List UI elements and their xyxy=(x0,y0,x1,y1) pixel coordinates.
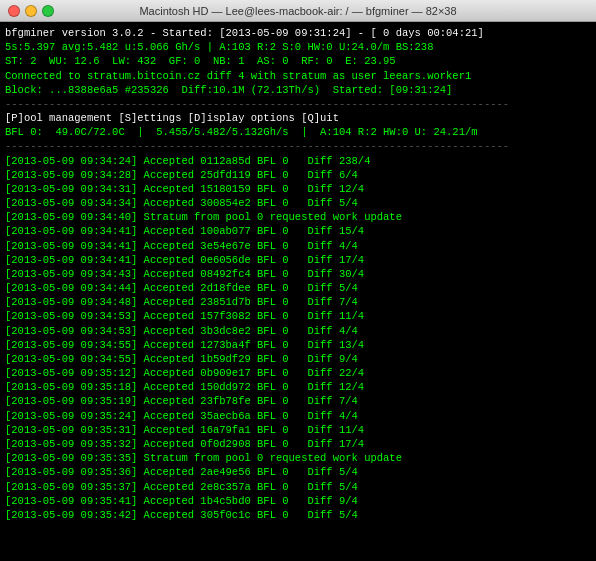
terminal-line: ----------------------------------------… xyxy=(5,139,591,153)
terminal-line: 5s:5.397 avg:5.482 u:5.066 Gh/s | A:103 … xyxy=(5,40,591,54)
terminal-line: [2013-05-09 09:35:35] Stratum from pool … xyxy=(5,451,591,465)
terminal-line: [2013-05-09 09:34:28] Accepted 25dfd119 … xyxy=(5,168,591,182)
window-title: Macintosh HD — Lee@lees-macbook-air: / —… xyxy=(139,5,456,17)
terminal-line: [2013-05-09 09:34:53] Accepted 157f3082 … xyxy=(5,309,591,323)
terminal-line: [2013-05-09 09:35:31] Accepted 16a79fa1 … xyxy=(5,423,591,437)
terminal-line: ST: 2 WU: 12.6 LW: 432 GF: 0 NB: 1 AS: 0… xyxy=(5,54,591,68)
terminal-line: [2013-05-09 09:35:24] Accepted 35aecb6a … xyxy=(5,409,591,423)
title-bar: Macintosh HD — Lee@lees-macbook-air: / —… xyxy=(0,0,596,22)
terminal-line: [2013-05-09 09:34:41] Accepted 100ab077 … xyxy=(5,224,591,238)
terminal-line: [2013-05-09 09:35:37] Accepted 2e8c357a … xyxy=(5,480,591,494)
terminal-line: [2013-05-09 09:34:55] Accepted 1273ba4f … xyxy=(5,338,591,352)
minimize-button[interactable] xyxy=(25,5,37,17)
terminal-line: [2013-05-09 09:35:32] Accepted 0f0d2908 … xyxy=(5,437,591,451)
terminal-line: [2013-05-09 09:34:34] Accepted 300854e2 … xyxy=(5,196,591,210)
terminal-line: [2013-05-09 09:34:24] Accepted 0112a85d … xyxy=(5,154,591,168)
terminal-line: [2013-05-09 09:34:41] Accepted 0e6056de … xyxy=(5,253,591,267)
traffic-lights xyxy=(8,5,54,17)
terminal-line: [2013-05-09 09:35:36] Accepted 2ae49e56 … xyxy=(5,465,591,479)
terminal-line: [2013-05-09 09:35:19] Accepted 23fb78fe … xyxy=(5,394,591,408)
close-button[interactable] xyxy=(8,5,20,17)
terminal-line: [2013-05-09 09:34:55] Accepted 1b59df29 … xyxy=(5,352,591,366)
terminal-line: [P]ool management [S]ettings [D]isplay o… xyxy=(5,111,591,125)
terminal-line: [2013-05-09 09:35:12] Accepted 0b909e17 … xyxy=(5,366,591,380)
terminal-line: Connected to stratum.bitcoin.cz diff 4 w… xyxy=(5,69,591,83)
terminal-line: [2013-05-09 09:34:40] Stratum from pool … xyxy=(5,210,591,224)
terminal-line: [2013-05-09 09:34:43] Accepted 08492fc4 … xyxy=(5,267,591,281)
terminal-line: Block: ...8388e6a5 #235326 Diff:10.1M (7… xyxy=(5,83,591,97)
terminal-line: [2013-05-09 09:35:42] Accepted 305f0c1c … xyxy=(5,508,591,522)
terminal-line: [2013-05-09 09:35:41] Accepted 1b4c5bd0 … xyxy=(5,494,591,508)
terminal-line: [2013-05-09 09:35:18] Accepted 150dd972 … xyxy=(5,380,591,394)
terminal-line: ----------------------------------------… xyxy=(5,97,591,111)
maximize-button[interactable] xyxy=(42,5,54,17)
terminal-line: BFL 0: 49.0C/72.0C | 5.455/5.482/5.132Gh… xyxy=(5,125,591,139)
terminal-line: [2013-05-09 09:34:53] Accepted 3b3dc8e2 … xyxy=(5,324,591,338)
terminal-line: [2013-05-09 09:34:44] Accepted 2d18fdee … xyxy=(5,281,591,295)
terminal-line: [2013-05-09 09:34:31] Accepted 15180159 … xyxy=(5,182,591,196)
terminal-line: [2013-05-09 09:34:41] Accepted 3e54e67e … xyxy=(5,239,591,253)
terminal-window: bfgminer version 3.0.2 - Started: [2013-… xyxy=(0,22,596,561)
terminal-line: [2013-05-09 09:34:48] Accepted 23851d7b … xyxy=(5,295,591,309)
terminal-line: bfgminer version 3.0.2 - Started: [2013-… xyxy=(5,26,591,40)
